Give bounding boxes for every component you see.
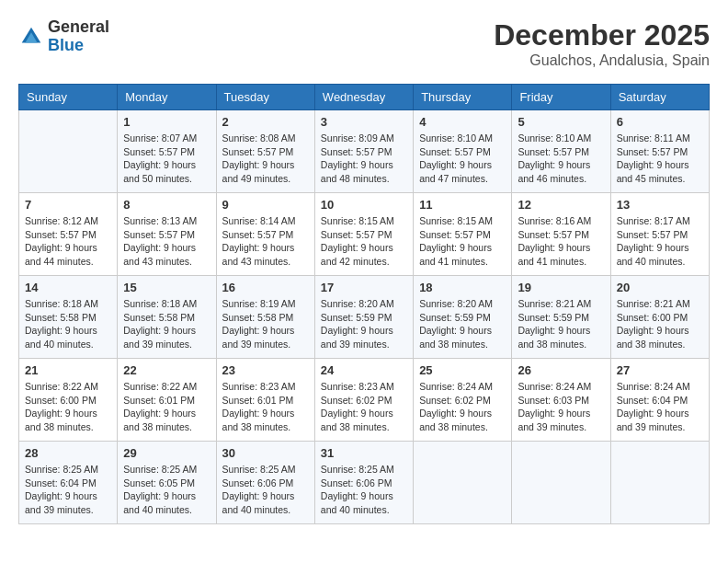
week-row-5: 28Sunrise: 8:25 AMSunset: 6:04 PMDayligh…: [19, 442, 710, 524]
day-number: 19: [518, 281, 604, 294]
calendar-cell: 16Sunrise: 8:19 AMSunset: 5:58 PMDayligh…: [216, 276, 314, 359]
calendar-cell: [610, 442, 709, 524]
day-number: 24: [321, 363, 407, 377]
day-number: 27: [617, 363, 703, 377]
week-row-4: 21Sunrise: 8:22 AMSunset: 6:00 PMDayligh…: [19, 359, 710, 442]
calendar-cell: 1Sunrise: 8:07 AMSunset: 5:57 PMDaylight…: [118, 110, 216, 193]
page-header: General Blue December 2025 Gualchos, And…: [18, 18, 710, 69]
calendar-cell: 5Sunrise: 8:10 AMSunset: 5:57 PMDaylight…: [512, 110, 610, 193]
day-number: 10: [321, 198, 407, 212]
calendar-cell: [414, 442, 512, 524]
day-number: 28: [25, 446, 111, 460]
day-number: 23: [222, 363, 309, 377]
week-row-2: 7Sunrise: 8:12 AMSunset: 5:57 PMDaylight…: [19, 193, 710, 276]
calendar-cell: 23Sunrise: 8:23 AMSunset: 6:01 PMDayligh…: [216, 359, 314, 442]
calendar-cell: 25Sunrise: 8:24 AMSunset: 6:02 PMDayligh…: [414, 359, 512, 442]
day-number: 12: [518, 198, 604, 212]
column-header-wednesday: Wednesday: [314, 85, 413, 110]
day-info: Sunrise: 8:17 AMSunset: 5:57 PMDaylight:…: [617, 214, 703, 269]
day-number: 1: [123, 115, 210, 129]
day-info: Sunrise: 8:18 AMSunset: 5:58 PMDaylight:…: [25, 297, 111, 351]
day-info: Sunrise: 8:12 AMSunset: 5:57 PMDaylight:…: [25, 214, 111, 269]
column-header-monday: Monday: [118, 85, 216, 110]
location: Gualchos, Andalusia, Spain: [494, 52, 710, 69]
day-info: Sunrise: 8:10 AMSunset: 5:57 PMDaylight:…: [518, 132, 604, 186]
logo-blue: Blue: [48, 37, 109, 55]
calendar-cell: [19, 110, 118, 193]
day-info: Sunrise: 8:10 AMSunset: 5:57 PMDaylight:…: [419, 132, 506, 186]
day-info: Sunrise: 8:23 AMSunset: 6:02 PMDaylight:…: [321, 380, 407, 434]
day-number: 31: [321, 446, 407, 460]
day-number: 13: [617, 198, 703, 212]
day-info: Sunrise: 8:09 AMSunset: 5:57 PMDaylight:…: [321, 132, 407, 186]
day-info: Sunrise: 8:25 AMSunset: 6:05 PMDaylight:…: [123, 463, 210, 517]
day-number: 30: [222, 446, 309, 460]
calendar-cell: 3Sunrise: 8:09 AMSunset: 5:57 PMDaylight…: [314, 110, 413, 193]
calendar-cell: 4Sunrise: 8:10 AMSunset: 5:57 PMDaylight…: [414, 110, 512, 193]
day-info: Sunrise: 8:15 AMSunset: 5:57 PMDaylight:…: [419, 214, 506, 269]
day-number: 21: [25, 363, 111, 377]
logo-icon: [18, 24, 44, 50]
day-info: Sunrise: 8:21 AMSunset: 5:59 PMDaylight:…: [518, 297, 604, 351]
calendar-cell: 22Sunrise: 8:22 AMSunset: 6:01 PMDayligh…: [118, 359, 216, 442]
day-number: 2: [222, 115, 309, 129]
calendar-cell: 27Sunrise: 8:24 AMSunset: 6:04 PMDayligh…: [610, 359, 709, 442]
day-number: 6: [617, 115, 703, 129]
column-header-thursday: Thursday: [414, 85, 512, 110]
calendar-cell: 20Sunrise: 8:21 AMSunset: 6:00 PMDayligh…: [610, 276, 709, 359]
calendar-cell: 15Sunrise: 8:18 AMSunset: 5:58 PMDayligh…: [118, 276, 216, 359]
day-info: Sunrise: 8:22 AMSunset: 6:00 PMDaylight:…: [25, 380, 111, 434]
day-number: 17: [321, 281, 407, 294]
day-info: Sunrise: 8:21 AMSunset: 6:00 PMDaylight:…: [617, 297, 703, 351]
day-info: Sunrise: 8:25 AMSunset: 6:06 PMDaylight:…: [222, 463, 309, 517]
calendar-header-row: SundayMondayTuesdayWednesdayThursdayFrid…: [19, 85, 710, 110]
calendar-cell: 17Sunrise: 8:20 AMSunset: 5:59 PMDayligh…: [314, 276, 413, 359]
day-info: Sunrise: 8:20 AMSunset: 5:59 PMDaylight:…: [321, 297, 407, 351]
calendar-cell: 14Sunrise: 8:18 AMSunset: 5:58 PMDayligh…: [19, 276, 118, 359]
calendar-cell: 10Sunrise: 8:15 AMSunset: 5:57 PMDayligh…: [314, 193, 413, 276]
day-number: 5: [518, 115, 604, 129]
day-info: Sunrise: 8:07 AMSunset: 5:57 PMDaylight:…: [123, 132, 210, 186]
day-info: Sunrise: 8:23 AMSunset: 6:01 PMDaylight:…: [222, 380, 309, 434]
calendar-cell: 18Sunrise: 8:20 AMSunset: 5:59 PMDayligh…: [414, 276, 512, 359]
calendar-cell: 24Sunrise: 8:23 AMSunset: 6:02 PMDayligh…: [314, 359, 413, 442]
column-header-sunday: Sunday: [19, 85, 118, 110]
calendar-cell: 31Sunrise: 8:25 AMSunset: 6:06 PMDayligh…: [314, 442, 413, 524]
column-header-saturday: Saturday: [610, 85, 709, 110]
calendar-cell: 6Sunrise: 8:11 AMSunset: 5:57 PMDaylight…: [610, 110, 709, 193]
day-info: Sunrise: 8:24 AMSunset: 6:02 PMDaylight:…: [419, 380, 506, 434]
week-row-3: 14Sunrise: 8:18 AMSunset: 5:58 PMDayligh…: [19, 276, 710, 359]
day-info: Sunrise: 8:19 AMSunset: 5:58 PMDaylight:…: [222, 297, 309, 351]
day-number: 15: [123, 281, 210, 294]
day-info: Sunrise: 8:25 AMSunset: 6:06 PMDaylight:…: [321, 463, 407, 517]
day-number: 20: [617, 281, 703, 294]
title-block: December 2025 Gualchos, Andalusia, Spain: [494, 18, 710, 69]
column-header-tuesday: Tuesday: [216, 85, 314, 110]
calendar-cell: [512, 442, 610, 524]
calendar-cell: 7Sunrise: 8:12 AMSunset: 5:57 PMDaylight…: [19, 193, 118, 276]
calendar-cell: 13Sunrise: 8:17 AMSunset: 5:57 PMDayligh…: [610, 193, 709, 276]
day-info: Sunrise: 8:15 AMSunset: 5:57 PMDaylight:…: [321, 214, 407, 269]
calendar-cell: 28Sunrise: 8:25 AMSunset: 6:04 PMDayligh…: [19, 442, 118, 524]
day-info: Sunrise: 8:14 AMSunset: 5:57 PMDaylight:…: [222, 214, 309, 269]
day-info: Sunrise: 8:22 AMSunset: 6:01 PMDaylight:…: [123, 380, 210, 434]
week-row-1: 1Sunrise: 8:07 AMSunset: 5:57 PMDaylight…: [19, 110, 710, 193]
day-info: Sunrise: 8:24 AMSunset: 6:03 PMDaylight:…: [518, 380, 604, 434]
calendar-cell: 8Sunrise: 8:13 AMSunset: 5:57 PMDaylight…: [118, 193, 216, 276]
calendar-table: SundayMondayTuesdayWednesdayThursdayFrid…: [18, 84, 710, 524]
calendar-cell: 19Sunrise: 8:21 AMSunset: 5:59 PMDayligh…: [512, 276, 610, 359]
day-number: 22: [123, 363, 210, 377]
calendar-cell: 21Sunrise: 8:22 AMSunset: 6:00 PMDayligh…: [19, 359, 118, 442]
logo: General Blue: [18, 18, 109, 55]
day-number: 18: [419, 281, 506, 294]
day-number: 7: [25, 198, 111, 212]
calendar-cell: 2Sunrise: 8:08 AMSunset: 5:57 PMDaylight…: [216, 110, 314, 193]
day-number: 25: [419, 363, 506, 377]
day-number: 9: [222, 198, 309, 212]
day-info: Sunrise: 8:18 AMSunset: 5:58 PMDaylight:…: [123, 297, 210, 351]
day-number: 4: [419, 115, 506, 129]
calendar-cell: 11Sunrise: 8:15 AMSunset: 5:57 PMDayligh…: [414, 193, 512, 276]
day-info: Sunrise: 8:11 AMSunset: 5:57 PMDaylight:…: [617, 132, 703, 186]
logo-general: General: [48, 18, 109, 37]
calendar-cell: 26Sunrise: 8:24 AMSunset: 6:03 PMDayligh…: [512, 359, 610, 442]
